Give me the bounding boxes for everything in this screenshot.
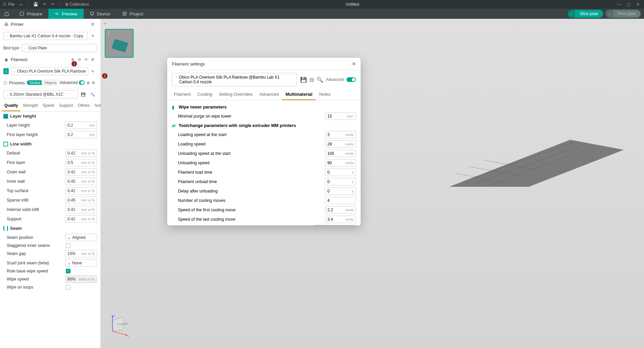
toolchange-input[interactable]: 0s	[325, 187, 356, 195]
line-width-input[interactable]: 0.42mm or %	[65, 149, 97, 157]
advanced-toggle[interactable]	[79, 80, 85, 85]
profile-value: 0.20mm Standard @BBL X1C	[10, 92, 63, 97]
line-width-input[interactable]: 0.42mm or %	[65, 206, 97, 213]
modal-tab-filament[interactable]: Filament	[171, 89, 194, 100]
staggered-checkbox[interactable]	[66, 243, 71, 248]
filament-swatch[interactable]: 1	[3, 68, 9, 74]
toolchange-input[interactable]: 100mm/s	[325, 150, 356, 157]
global-badge[interactable]: Global	[27, 80, 43, 85]
scarf-select[interactable]: ⌄None	[65, 259, 97, 267]
toolchange-input[interactable]: 4	[325, 197, 356, 204]
process-settings-icon[interactable]: ⚙	[92, 80, 95, 85]
toolchange-input[interactable]: 2.2mm/s	[325, 206, 356, 214]
line-width-input[interactable]: 0.42mm or %	[65, 187, 97, 194]
seam-gap-input[interactable]: 10%mm or %	[65, 250, 97, 257]
tab-prepare-label: Prepare	[27, 11, 42, 16]
save-icon[interactable]: 💾	[33, 2, 38, 7]
toolchange-input[interactable]: 0s	[325, 169, 356, 176]
objects-badge[interactable]: Objects	[41, 80, 60, 85]
modal-tab-advanced[interactable]: Advanced	[256, 89, 282, 100]
collapse-sidebar-icon[interactable]: ‹›	[102, 20, 108, 26]
close-button[interactable]: ✕	[635, 1, 641, 8]
tab-speed[interactable]: Speed	[40, 100, 57, 111]
modal-tab-overrides[interactable]: Setting Overrides	[216, 89, 256, 100]
axis-gizmo[interactable]: Front Right z x	[107, 311, 131, 338]
modal-save-icon[interactable]: 💾	[300, 77, 307, 83]
tab-project[interactable]: Project	[116, 9, 149, 19]
seam-position-select[interactable]: ⌄Aligned	[65, 234, 97, 241]
notes-icon[interactable]: ▭	[19, 2, 23, 7]
modal-search-icon[interactable]: 🔍	[317, 77, 323, 83]
line-width-input[interactable]: 0.5mm or %	[65, 159, 97, 166]
compare-icon[interactable]: ⊞	[87, 80, 90, 85]
toolchange-input[interactable]: 0s	[325, 178, 356, 185]
sync-filament-icon[interactable]: ⟳	[84, 57, 88, 62]
modal-advanced-toggle[interactable]	[347, 77, 356, 82]
tab-strength[interactable]: Strength	[20, 100, 40, 111]
undo-icon[interactable]: ↶	[43, 2, 46, 7]
tab-preview[interactable]: Preview	[48, 9, 83, 19]
file-menu[interactable]: 🗋 File	[3, 2, 14, 7]
group-line-width: Line width	[0, 139, 100, 148]
modal-tab-cooling[interactable]: Cooling	[194, 89, 216, 100]
toolchange-row: Loading speed28mm/s	[172, 139, 356, 149]
filament-select[interactable]: ⌄ Obico PLA Overture Silk PLA Rainbow	[11, 67, 88, 75]
role-wipe-checkbox[interactable]	[66, 269, 71, 273]
layer-height-input[interactable]: 0.2mm	[65, 122, 97, 129]
toolchange-input[interactable]: 3mm/s	[325, 131, 356, 138]
toolchange-input[interactable]: 3.4mm/s	[325, 216, 356, 223]
profile-select[interactable]: ⌄ 0.20mm Standard @BBL X1C	[3, 90, 78, 98]
layer-height-row: First layer height0.2mm	[0, 130, 100, 139]
slice-dropdown-icon[interactable]: ⌄	[568, 10, 575, 18]
wipe-group-title: Wipe tower parameters	[179, 104, 227, 110]
printer-select[interactable]: ⌄ Bambu Lab X1 Carbon 0.4 nozzle - Copy	[3, 32, 88, 40]
modal-tab-notes[interactable]: Notes	[316, 89, 334, 100]
save-profile-icon[interactable]: 💾	[81, 92, 86, 97]
svg-rect-0	[20, 12, 24, 16]
maximize-button[interactable]: ▢	[625, 1, 632, 8]
staggered-label: Staggered inner seams	[7, 243, 66, 248]
redo-icon[interactable]: ↷	[51, 2, 54, 7]
modal-tab-multimaterial[interactable]: Multimaterial	[282, 89, 316, 100]
slice-plate-button[interactable]: ⌄ Slice plate	[568, 10, 603, 18]
file-label: File	[8, 2, 14, 7]
tab-device[interactable]: Device	[84, 9, 117, 19]
filament-settings-icon[interactable]: ⚙	[90, 57, 95, 62]
tab-quality[interactable]: Quality	[2, 100, 20, 111]
plate-thumbnail[interactable]: 1	[105, 29, 134, 58]
modal-tabs: Filament Cooling Setting Overrides Advan…	[167, 89, 361, 100]
ramming-settings-button[interactable]: Ramming settings...	[314, 225, 356, 225]
calibration-menu[interactable]: ⊞ Calibration	[65, 2, 89, 7]
home-button[interactable]	[0, 9, 13, 19]
layer-height-input[interactable]: 0.2mm	[65, 131, 97, 138]
line-width-input[interactable]: 0.45mm or %	[65, 197, 97, 204]
minimize-button[interactable]: —	[616, 1, 623, 8]
layer-height-title: Layer height	[10, 114, 36, 119]
printer-settings-icon[interactable]: ⚙	[90, 22, 95, 27]
remove-filament-icon[interactable]: ⊖	[77, 57, 82, 62]
wipe-loops-checkbox[interactable]	[66, 285, 71, 290]
toolchange-input[interactable]: 90mm/s	[325, 159, 356, 167]
wipe-input[interactable]: 15mm³	[325, 113, 356, 120]
line-width-input[interactable]: 0.42mm or %	[65, 215, 97, 223]
modal-body[interactable]: ▮ Wipe tower parameters Minimal purge on…	[167, 100, 361, 225]
line-width-input[interactable]: 0.42mm or %	[65, 168, 97, 176]
search-profile-icon[interactable]: 🔍	[90, 92, 95, 97]
print-plate-button[interactable]: ⌄ Print plate	[606, 10, 641, 18]
modal-discard-icon[interactable]: ⊟	[310, 77, 314, 83]
edit-filament-icon[interactable]: ✎	[90, 69, 95, 74]
tab-others[interactable]: Others	[76, 100, 92, 111]
tab-support[interactable]: Support	[57, 100, 76, 111]
wipe-speed-input[interactable]: 80%mm/s or %	[65, 275, 97, 283]
tab-prepare[interactable]: Prepare	[13, 9, 48, 19]
line-width-label: First layer	[7, 160, 65, 165]
edit-printer-icon[interactable]: ✎	[90, 34, 95, 38]
modal-close-icon[interactable]: ✕	[352, 61, 356, 67]
modal-filament-select[interactable]: ⌄ Obico PLA Overture Silk PLA Rainbow @B…	[172, 73, 297, 86]
print-dropdown-icon[interactable]: ⌄	[606, 10, 613, 18]
line-width-input[interactable]: 0.45mm or %	[65, 178, 97, 185]
toolchange-label: Filament load time	[178, 170, 325, 175]
toolchange-input[interactable]: 28mm/s	[325, 140, 356, 148]
bed-type-select[interactable]: ⌄ Cool Plate	[22, 44, 97, 52]
settings-scroll[interactable]: Layer height Layer height0.2mmFirst laye…	[0, 112, 100, 348]
